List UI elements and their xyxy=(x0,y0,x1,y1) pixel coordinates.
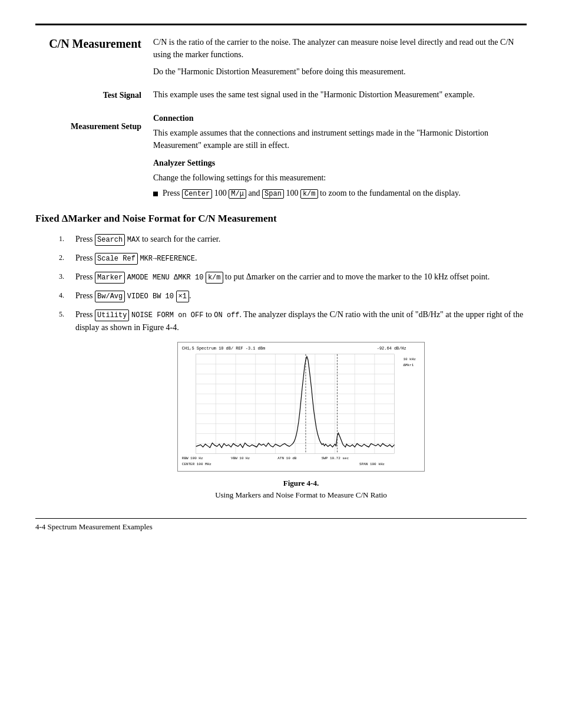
step-2: 2. Press Scale Ref MKR→REFERENCE. xyxy=(59,252,527,265)
search-key-1: Search xyxy=(95,234,125,246)
step-3: 3. Press Marker AMODE MENU ΔMKR 10 k/m t… xyxy=(59,271,527,284)
step-5-num: 5. xyxy=(59,308,75,500)
step-2-content: Press Scale Ref MKR→REFERENCE. xyxy=(75,252,527,265)
step-3-content: Press Marker AMODE MENU ΔMKR 10 k/m to p… xyxy=(75,271,527,284)
left-col-test: Test Signal xyxy=(35,88,153,106)
figure-4-4-box: CH1,S Spectrum 10 dB/ REF -3.1 dBm -92.6… xyxy=(177,342,425,472)
steps-area: 1. Press Search MAX to search for the ca… xyxy=(35,233,527,500)
left-col-setup: Measurement Setup xyxy=(35,111,153,202)
step-5-on: ON off xyxy=(214,311,239,319)
test-signal-body: This example uses the same test signal u… xyxy=(153,88,527,101)
test-signal-section: Test Signal This example uses the same t… xyxy=(35,88,527,106)
svg-text:10 kHz: 10 kHz xyxy=(403,357,416,361)
bullet-text: Press Center 100 M/μ and Span 100 k/m to… xyxy=(163,189,461,199)
step-3-num: 3. xyxy=(59,271,75,284)
figure-4-4-svg: CH1,S Spectrum 10 dB/ REF -3.1 dBm -92.6… xyxy=(178,342,424,471)
marker-key: Marker xyxy=(95,272,125,284)
km-key-2: k/m xyxy=(206,272,223,284)
svg-text:-92.64 dB/Hz: -92.64 dB/Hz xyxy=(377,346,406,351)
steps-list: 1. Press Search MAX to search for the ca… xyxy=(59,233,527,500)
svg-text:ΔMkr1: ΔMkr1 xyxy=(403,363,414,367)
cn-intro-p1: C/N is the ratio of the carrier to the n… xyxy=(153,36,527,61)
step-5-content: Press Utility NOISE FORM on OFF to ON of… xyxy=(75,308,527,500)
step-1-text: MAX xyxy=(127,236,140,244)
x1-key: ×1 xyxy=(176,291,189,302)
svg-text:SWP  10.72 sec: SWP 10.72 sec xyxy=(322,456,349,460)
svg-text:CENTER  100 MHz: CENTER 100 MHz xyxy=(182,462,211,466)
right-col-test: This example uses the same test signal u… xyxy=(153,88,527,106)
figure-caption-title: Figure 4-4. xyxy=(75,477,527,489)
step-4-text: VIDEO BW 10 xyxy=(127,292,174,301)
step-2-text: MKR→REFERENCE xyxy=(140,255,195,263)
cn-measurement-section: C/N Measurement C/N is the ratio of the … xyxy=(35,36,527,83)
top-rule xyxy=(35,24,527,25)
bullet-press-center: Press Center 100 M/μ and Span 100 k/m to… xyxy=(153,189,527,199)
cn-measurement-title: C/N Measurement xyxy=(35,36,141,51)
test-signal-title: Test Signal xyxy=(35,91,141,100)
analyzer-settings-intro: Change the following settings for this m… xyxy=(153,172,527,184)
bwavg-key: Bw/Avg xyxy=(95,291,125,302)
step-4-content: Press Bw/Avg VIDEO BW 10 ×1. xyxy=(75,289,527,302)
left-col-cn: C/N Measurement xyxy=(35,36,153,83)
step-2-num: 2. xyxy=(59,252,75,265)
figure-caption: Figure 4-4. Using Markers and Noise Form… xyxy=(75,477,527,500)
measurement-setup-section: Measurement Setup Connection This exampl… xyxy=(35,111,527,202)
step-5-text1: NOISE FORM on OFF xyxy=(131,311,203,319)
step-1-content: Press Search MAX to search for the carri… xyxy=(75,233,527,246)
step-4-num: 4. xyxy=(59,289,75,302)
svg-text:SPAN  100 kHz: SPAN 100 kHz xyxy=(359,462,385,466)
step-3-text: AMODE MENU ΔMKR 10 xyxy=(127,274,204,282)
page: C/N Measurement C/N is the ratio of the … xyxy=(0,0,562,728)
scale-ref-key: Scale Ref xyxy=(95,253,138,265)
mmu-key: M/μ xyxy=(229,189,246,199)
step-1-num: 1. xyxy=(59,233,75,246)
svg-text:CH1,S  Spectrum   10 dB/ REF -: CH1,S Spectrum 10 dB/ REF -3.1 dBm xyxy=(182,346,265,351)
footer-text: 4-4 Spectrum Measurement Examples xyxy=(35,522,153,531)
footer-rule: 4-4 Spectrum Measurement Examples xyxy=(35,518,527,532)
connection-body: This example assumes that the connection… xyxy=(153,127,527,151)
measurement-setup-title: Measurement Setup xyxy=(35,122,141,131)
svg-text:ATN  10 dB: ATN 10 dB xyxy=(277,456,297,460)
step-1: 1. Press Search MAX to search for the ca… xyxy=(59,233,527,246)
svg-text:VBW 10 Hz: VBW 10 Hz xyxy=(231,456,250,460)
km-key: k/m xyxy=(300,189,318,199)
center-key: Center xyxy=(182,189,212,199)
analyzer-settings-heading: Analyzer Settings xyxy=(153,159,527,168)
cn-intro-p2: Do the "Harmonic Distortion Measurement"… xyxy=(153,65,527,78)
fixed-marker-section: Fixed ΔMarker and Noise Format for C/N M… xyxy=(35,213,527,500)
svg-text:RBW  100 Hz: RBW 100 Hz xyxy=(182,456,203,460)
span-key: Span xyxy=(262,189,284,199)
right-col-cn: C/N is the ratio of the carrier to the n… xyxy=(153,36,527,83)
bullet-icon xyxy=(153,192,158,196)
step-5: 5. Press Utility NOISE FORM on OFF to ON… xyxy=(59,308,527,500)
step-4: 4. Press Bw/Avg VIDEO BW 10 ×1. xyxy=(59,289,527,302)
figure-caption-subtitle: Using Markers and Noise Format to Measur… xyxy=(75,489,527,501)
right-col-setup: Connection This example assumes that the… xyxy=(153,111,527,202)
utility-key: Utility xyxy=(95,309,129,321)
fixed-marker-heading: Fixed ΔMarker and Noise Format for C/N M… xyxy=(35,213,527,225)
connection-heading: Connection xyxy=(153,114,527,123)
